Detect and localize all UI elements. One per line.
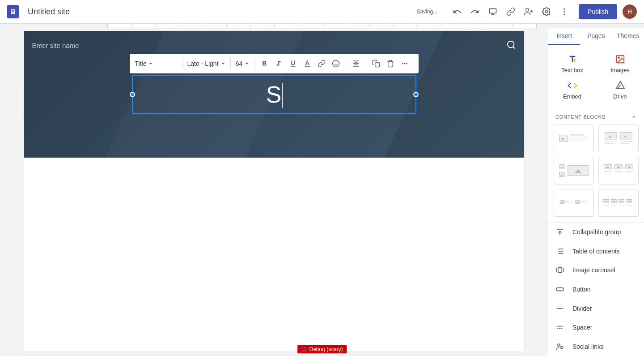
insert-collapsible[interactable]: Collapsible group	[548, 223, 644, 242]
sidebar-tabs: Insert Pages Themes	[548, 28, 644, 45]
save-status: Saving...	[416, 9, 437, 15]
chevron-down-icon	[245, 63, 249, 64]
svg-point-21	[406, 63, 407, 64]
settings-button[interactable]	[538, 3, 555, 21]
svg-point-11	[564, 13, 565, 15]
search-icon[interactable]	[506, 40, 516, 51]
svg-point-9	[564, 9, 565, 10]
insert-button[interactable]: Button	[548, 280, 644, 299]
svg-point-12	[507, 41, 514, 48]
resize-handle-right[interactable]	[413, 92, 419, 97]
insert-images[interactable]: Images	[596, 51, 644, 77]
svg-rect-3	[12, 13, 13, 13]
svg-rect-24	[559, 135, 568, 142]
svg-point-8	[546, 11, 548, 13]
svg-rect-84	[558, 267, 562, 273]
content-blocks-grid	[548, 124, 644, 222]
svg-point-10	[564, 11, 565, 12]
tab-pages[interactable]: Pages	[580, 28, 612, 45]
bold-button[interactable]	[257, 56, 271, 71]
text-toolbar: Title Lato - Light 64	[130, 54, 419, 73]
main-area: Enter site name Title Lato - Light 64	[0, 28, 644, 356]
svg-rect-2	[12, 11, 14, 12]
more-button[interactable]	[555, 3, 573, 21]
insert-divider[interactable]: Divider	[548, 299, 644, 318]
insert-embed-label: Embed	[563, 93, 581, 100]
chevron-down-icon	[221, 63, 225, 64]
insert-toc[interactable]: Table of contents	[548, 241, 644, 261]
insert-carousel[interactable]: Image carousel	[548, 261, 644, 280]
italic-button[interactable]	[271, 56, 286, 71]
font-select[interactable]: Lato - Light	[186, 58, 228, 69]
title-text[interactable]: S	[266, 81, 282, 108]
svg-point-15	[332, 60, 339, 67]
canvas-area: Enter site name Title Lato - Light 64	[0, 28, 548, 356]
undo-button[interactable]	[448, 3, 466, 21]
app-header: Untitled site Saving... Publish H	[0, 0, 644, 24]
block-layout-1[interactable]	[554, 124, 594, 152]
insert-textbox-label: Text box	[561, 67, 583, 73]
hero-section[interactable]: Enter site name Title Lato - Light 64	[24, 31, 524, 158]
block-layout-5[interactable]	[554, 189, 594, 217]
more-format-button[interactable]	[398, 56, 412, 71]
content-blocks-header[interactable]: CONTENT BLOCKS	[548, 109, 644, 124]
insert-link-button[interactable]	[314, 56, 329, 71]
block-layout-6[interactable]	[598, 189, 639, 217]
font-size-select[interactable]: 64	[233, 58, 251, 69]
redo-button[interactable]	[466, 3, 484, 21]
debug-badge[interactable]: 🐞 Debug (scary)	[297, 345, 347, 353]
ruler	[0, 24, 644, 28]
block-layout-2[interactable]	[598, 124, 639, 152]
app-logo-icon[interactable]	[7, 5, 19, 18]
block-layout-4[interactable]	[598, 157, 639, 184]
text-color-button[interactable]	[300, 56, 314, 71]
svg-point-92	[561, 346, 563, 348]
insert-embed[interactable]: Embed	[548, 77, 596, 103]
delete-button[interactable]	[383, 56, 398, 71]
font-select-label: Lato - Light	[187, 60, 219, 67]
document-title[interactable]: Untitled site	[28, 7, 70, 17]
site-name-input[interactable]: Enter site name	[32, 42, 79, 49]
insert-drive-label: Drive	[613, 93, 627, 100]
insert-spacer[interactable]: Spacer	[548, 318, 644, 337]
duplicate-button[interactable]	[369, 56, 383, 71]
title-text-box[interactable]: S	[132, 75, 416, 114]
svg-point-91	[558, 344, 560, 346]
insert-drive[interactable]: Drive	[596, 77, 644, 103]
svg-point-5	[526, 9, 529, 12]
insert-textbox[interactable]: Text box	[548, 51, 596, 77]
tab-themes[interactable]: Themes	[612, 28, 644, 45]
svg-rect-14	[305, 66, 310, 67]
align-button[interactable]	[349, 56, 363, 71]
underline-button[interactable]	[286, 56, 300, 71]
chevron-down-icon	[149, 63, 153, 64]
svg-line-13	[513, 47, 515, 48]
resize-handle-left[interactable]	[130, 92, 135, 97]
svg-rect-32	[620, 132, 632, 139]
text-cursor	[282, 83, 283, 108]
insert-social[interactable]: Social links	[548, 337, 644, 356]
svg-rect-1	[12, 10, 14, 11]
svg-rect-87	[557, 288, 564, 291]
preview-button[interactable]	[484, 3, 502, 21]
svg-point-23	[618, 57, 619, 58]
link-button[interactable]	[502, 3, 520, 21]
style-select-label: Title	[135, 60, 147, 67]
publish-button[interactable]: Publish	[579, 4, 617, 19]
tab-insert[interactable]: Insert	[548, 28, 580, 45]
svg-rect-4	[490, 9, 496, 13]
user-avatar[interactable]: H	[623, 4, 637, 19]
svg-rect-30	[605, 132, 617, 139]
style-select[interactable]: Title	[133, 58, 180, 69]
share-button[interactable]	[520, 3, 538, 21]
chevron-up-icon	[631, 114, 637, 120]
svg-point-19	[402, 63, 403, 64]
font-size-label: 64	[236, 60, 243, 67]
insert-grid: Text box Images Embed Drive	[548, 45, 644, 109]
site-canvas[interactable]: Enter site name Title Lato - Light 64	[24, 31, 524, 352]
emoji-button[interactable]	[329, 56, 343, 71]
right-sidebar: Insert Pages Themes Text box Images Embe…	[548, 28, 644, 356]
block-layout-3[interactable]	[554, 157, 594, 184]
svg-point-20	[404, 63, 405, 64]
insert-images-label: Images	[610, 67, 630, 73]
